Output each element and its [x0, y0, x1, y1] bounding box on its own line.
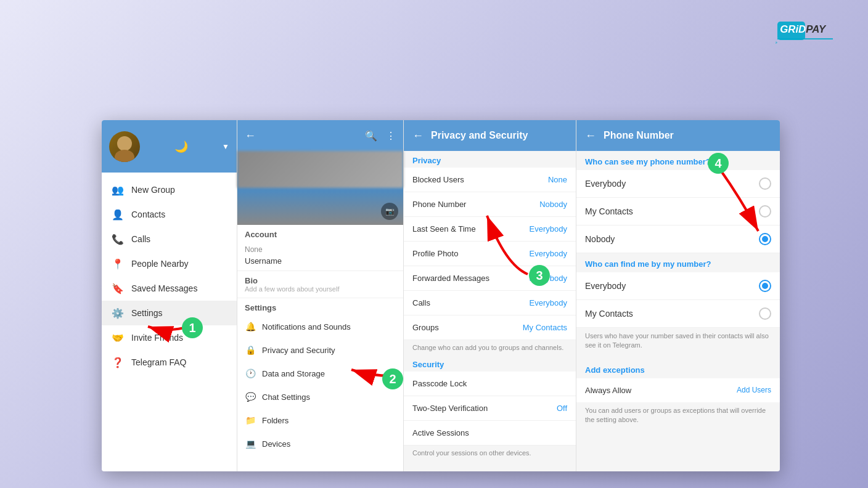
people-nearby-icon: 📍 [112, 258, 124, 270]
camera-button[interactable]: 📷 [381, 203, 398, 220]
settings-item-notifications[interactable]: 🔔 Notifications and Sounds [237, 315, 403, 338]
phone-panel: ← Phone Number Who can see my phone numb… [576, 120, 780, 471]
settings-item-devices[interactable]: 💻 Devices [237, 432, 403, 455]
profile-photo-label: Profile Photo [412, 249, 458, 258]
phone-panel-title: Phone Number [604, 130, 771, 141]
privacy-item-active-sessions[interactable]: Active Sessions [404, 421, 576, 445]
add-users-button[interactable]: Add Users [737, 386, 771, 394]
privacy-item-two-step[interactable]: Two-Step Verification Off [404, 396, 576, 421]
invite-friends-icon: 🤝 [112, 331, 124, 344]
who-can-see-section: Who can see my phone number? [576, 151, 780, 170]
username-placeholder: None [245, 243, 396, 256]
data-icon: 🕐 [245, 368, 256, 379]
privacy-icon: 🔒 [245, 344, 256, 356]
see-everybody-radio[interactable] [759, 177, 771, 190]
chat-header: ← 🔍 ⋮ [237, 120, 403, 151]
find-contacts-option[interactable]: My Contacts [576, 300, 780, 328]
privacy-item-passcode[interactable]: Passcode Lock [404, 372, 576, 396]
forwarded-label: Forwarded Messages [412, 274, 489, 283]
last-seen-value: Everybody [530, 224, 567, 234]
faq-icon: ❓ [112, 356, 124, 368]
sidebar-menu: 👥 New Group 👤 Contacts 📞 Calls 📍 People … [102, 173, 237, 471]
chat-back-button[interactable]: ← [245, 129, 256, 142]
see-everybody-label: Everybody [585, 179, 626, 189]
chat-icon: 💬 [245, 391, 256, 402]
see-nobody-radio[interactable] [759, 233, 771, 245]
settings-item-folders[interactable]: 📁 Folders [237, 409, 403, 432]
search-icon[interactable]: 🔍 [365, 130, 377, 142]
privacy-panel-header: ← Privacy and Security [404, 120, 576, 151]
devices-label: Devices [262, 439, 290, 449]
blocked-users-value: None [548, 175, 567, 184]
privacy-item-blocked[interactable]: Blocked Users None [404, 168, 576, 192]
folders-icon: 📁 [245, 415, 256, 426]
sessions-hint: Control your sessions on other devices. [404, 445, 576, 460]
devices-icon: 💻 [245, 438, 256, 449]
see-contacts-radio[interactable] [759, 205, 771, 218]
privacy-section-label: Privacy [404, 151, 576, 168]
sidebar-item-settings[interactable]: ⚙️ Settings [102, 301, 237, 325]
sidebar-label-saved-messages: Saved Messages [131, 283, 197, 293]
blocked-users-label: Blocked Users [412, 175, 464, 184]
data-label: Data and Storage [262, 369, 325, 378]
sidebar-label-new-group: New Group [131, 185, 175, 195]
profile-blur-bg [237, 151, 403, 188]
sidebar-item-calls[interactable]: 📞 Calls [102, 227, 237, 251]
privacy-item-groups[interactable]: Groups My Contacts [404, 315, 576, 340]
account-section-label: Account [245, 230, 396, 239]
sidebar-label-calls: Calls [131, 234, 150, 244]
see-nobody-label: Nobody [585, 234, 615, 244]
calls-icon: 📞 [112, 233, 124, 245]
see-nobody-option[interactable]: Nobody [576, 226, 780, 253]
privacy-item-forwarded[interactable]: Forwarded Messages Everybody [404, 266, 576, 291]
sidebar-item-invite-friends[interactable]: 🤝 Invite Friends [102, 325, 237, 350]
sidebar-label-invite-friends: Invite Friends [131, 333, 183, 343]
settings-icon: ⚙️ [112, 307, 124, 319]
phone-panel-header: ← Phone Number [576, 120, 780, 151]
groups-value: My Contacts [523, 323, 567, 332]
find-radio-group: Everybody My Contacts [576, 272, 780, 328]
privacy-item-profile-photo[interactable]: Profile Photo Everybody [404, 242, 576, 266]
sidebar-item-faq[interactable]: ❓ Telegram FAQ [102, 350, 237, 375]
privacy-item-phone[interactable]: Phone Number Nobody [404, 192, 576, 217]
settings-item-data[interactable]: 🕐 Data and Storage [237, 362, 403, 385]
sidebar-label-settings: Settings [131, 308, 163, 318]
sidebar-item-new-group[interactable]: 👥 New Group [102, 177, 237, 202]
chat-panel: ← 🔍 ⋮ 📷 Account None Username Bio Add a … [237, 120, 404, 471]
privacy-back-button[interactable]: ← [412, 129, 424, 142]
chat-header-icons: 🔍 ⋮ [365, 130, 396, 142]
privacy-panel-title: Privacy and Security [431, 130, 567, 141]
privacy-item-last-seen[interactable]: Last Seen & Time Everybody [404, 217, 576, 242]
calls-label: Calls [412, 298, 430, 307]
chat-label: Chat Settings [262, 392, 310, 402]
find-info-text: Users who have your number saved in thei… [576, 328, 780, 357]
phone-back-button[interactable]: ← [585, 129, 596, 142]
privacy-item-calls[interactable]: Calls Everybody [404, 291, 576, 315]
find-everybody-option[interactable]: Everybody [576, 272, 780, 300]
active-sessions-label: Active Sessions [412, 428, 469, 437]
see-everybody-option[interactable]: Everybody [576, 170, 780, 198]
settings-item-chat[interactable]: 💬 Chat Settings [237, 385, 403, 409]
phone-number-value: Nobody [539, 200, 567, 209]
bio-hint: Add a few words about yourself [245, 285, 396, 293]
settings-item-privacy[interactable]: 🔒 Privacy and Security [237, 338, 403, 362]
sidebar-header: 🌙 ▼ [102, 120, 237, 173]
more-icon[interactable]: ⋮ [386, 130, 396, 142]
ui-container: 🌙 ▼ 👥 New Group 👤 Contacts 📞 Calls 📍 Peo… [102, 120, 780, 471]
security-section-label: Security [404, 355, 576, 372]
account-section: Account None Username [237, 225, 403, 271]
moon-icon: 🌙 [174, 140, 188, 153]
see-contacts-option[interactable]: My Contacts [576, 198, 780, 226]
find-everybody-radio[interactable] [759, 280, 771, 292]
privacy-hint: Change who can add you to groups and cha… [404, 340, 576, 355]
expand-arrow[interactable]: ▼ [222, 142, 229, 151]
username-value: Username [245, 256, 396, 266]
privacy-panel: ← Privacy and Security Privacy Blocked U… [404, 120, 576, 471]
add-exceptions-label: Add exceptions [585, 365, 645, 375]
notifications-label: Notifications and Sounds [262, 322, 351, 331]
sidebar-item-contacts[interactable]: 👤 Contacts [102, 202, 237, 227]
find-contacts-radio[interactable] [759, 307, 771, 320]
sidebar-item-people-nearby[interactable]: 📍 People Nearby [102, 251, 237, 276]
privacy-label: Privacy and Security [262, 346, 335, 355]
sidebar-item-saved-messages[interactable]: 🔖 Saved Messages [102, 276, 237, 301]
